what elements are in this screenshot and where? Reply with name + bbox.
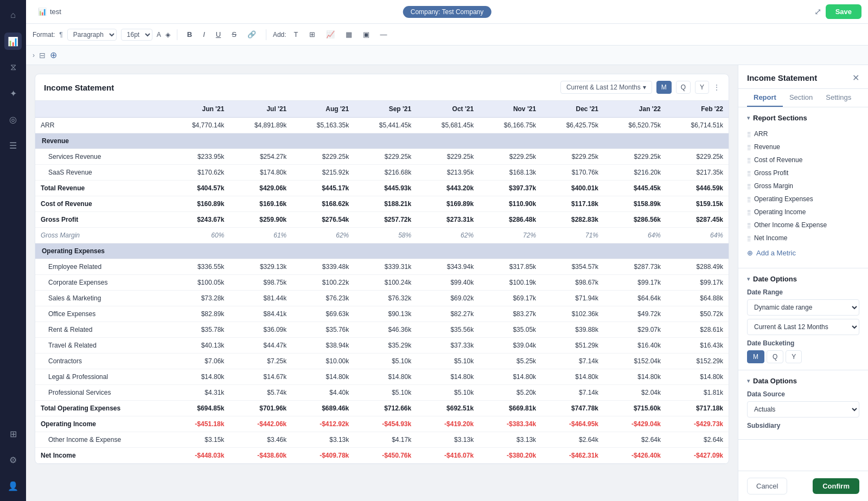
- metric-item[interactable]: ⣿Cost of Revenue: [747, 153, 859, 166]
- sliders-icon[interactable]: ⊟: [39, 51, 46, 60]
- highlight-icon[interactable]: ◈: [165, 31, 170, 38]
- add-dash-button[interactable]: —: [377, 29, 391, 40]
- add-metric-button[interactable]: ⊕ Add a Metric: [747, 245, 859, 261]
- metric-item[interactable]: ⣿Revenue: [747, 140, 859, 153]
- sidebar-doc-icon[interactable]: ☰: [4, 137, 22, 154]
- row-value: $404.57k: [167, 181, 229, 196]
- sidebar-settings-icon[interactable]: ⚙: [4, 451, 22, 468]
- row-value: [229, 133, 292, 149]
- close-button[interactable]: ✕: [852, 73, 859, 83]
- data-source-wrapper: Actuals: [747, 401, 859, 418]
- row-value: $5,681.45k: [417, 118, 479, 133]
- row-value: $82.27k: [417, 306, 479, 322]
- row-value: 64%: [604, 228, 666, 243]
- tab-settings[interactable]: Settings: [819, 89, 858, 107]
- add-table-button[interactable]: ⊞: [306, 29, 318, 40]
- period-m-button[interactable]: M: [656, 81, 672, 94]
- row-value: $282.83k: [541, 212, 604, 228]
- period-q-button[interactable]: Q: [676, 81, 691, 94]
- font-color-icon[interactable]: A: [157, 31, 161, 38]
- table-row: Services Revenue$233.95k$254.27k$229.25k…: [35, 149, 729, 165]
- add-text-button[interactable]: T: [291, 29, 302, 40]
- sidebar-user-icon[interactable]: 👤: [4, 477, 22, 494]
- row-value: $99.40k: [417, 275, 479, 291]
- metric-item[interactable]: ⣿Other Income & Expense: [747, 219, 859, 232]
- table-row: ARR$4,770.14k$4,891.89k$5,163.35k$5,441.…: [35, 118, 729, 133]
- row-value: $669.81k: [479, 401, 541, 416]
- bold-button[interactable]: B: [184, 29, 195, 40]
- row-value: $90.13k: [354, 306, 417, 322]
- date-range-select[interactable]: Dynamic date range: [747, 299, 859, 316]
- confirm-button[interactable]: Confirm: [813, 478, 859, 494]
- main-area: 📊 test Company: Test Company ⤢ Save Form…: [26, 0, 868, 501]
- income-table: Jun '21 Jul '21 Aug '21 Sep '21 Oct '21 …: [35, 101, 729, 464]
- tab-section[interactable]: Section: [783, 89, 819, 107]
- metric-item[interactable]: ⣿Gross Margin: [747, 179, 859, 192]
- top-bar: 📊 test Company: Test Company ⤢ Save: [26, 0, 868, 24]
- expand-icon[interactable]: ⤢: [814, 7, 821, 17]
- strikethrough-button[interactable]: S: [228, 29, 240, 40]
- table-row: Employee Related$336.55k$329.13k$339.48k…: [35, 259, 729, 275]
- report-title: Income Statement: [44, 83, 114, 92]
- save-button[interactable]: Save: [826, 4, 861, 19]
- data-source-select[interactable]: Actuals: [747, 401, 859, 418]
- row-value: -$412.92k: [292, 416, 354, 432]
- row-value: $14.80k: [479, 369, 541, 385]
- bucket-q-button[interactable]: Q: [767, 350, 783, 363]
- row-value: $14.80k: [541, 369, 604, 385]
- cancel-button[interactable]: Cancel: [747, 478, 787, 494]
- data-options-header[interactable]: ▾ Data Options: [747, 377, 859, 385]
- date-range-value-select[interactable]: Current & Last 12 Months: [747, 319, 859, 335]
- date-range-button[interactable]: Current & Last 12 Months ▾: [560, 81, 652, 94]
- metric-item[interactable]: ⣿ARR: [747, 127, 859, 140]
- metric-item[interactable]: ⣿Net Income: [747, 232, 859, 245]
- row-value: $174.80k: [229, 165, 292, 181]
- sub-toolbar: › ⊟ ⊕: [26, 46, 868, 65]
- date-options-header[interactable]: ▾ Date Options: [747, 275, 859, 283]
- plus-circle-icon[interactable]: ⊕: [50, 50, 57, 60]
- add-grid-button[interactable]: ▦: [342, 29, 355, 40]
- row-value: $100.22k: [292, 275, 354, 291]
- date-options-panel: ▾ Date Options Date Range Dynamic date r…: [738, 268, 868, 370]
- row-value: $168.13k: [479, 165, 541, 181]
- metric-item[interactable]: ⣿Operating Expenses: [747, 192, 859, 205]
- tab-report[interactable]: Report: [747, 89, 783, 107]
- row-value: $259.90k: [229, 212, 292, 228]
- row-value: $5.74k: [229, 385, 292, 401]
- report-sections-header[interactable]: ▾ Report Sections: [747, 114, 859, 122]
- bucket-m-button[interactable]: M: [747, 350, 764, 363]
- bucket-y-button[interactable]: Y: [786, 350, 802, 363]
- sidebar-location-icon[interactable]: ◎: [4, 111, 22, 128]
- row-value: $233.95k: [167, 149, 229, 165]
- sidebar-grid-icon[interactable]: ⊞: [4, 425, 22, 442]
- paragraph-select[interactable]: Paragraph: [67, 29, 117, 41]
- row-value: $6,520.75k: [604, 118, 666, 133]
- link-button[interactable]: 🔗: [244, 29, 259, 40]
- add-chart-button[interactable]: 📈: [323, 29, 338, 40]
- sidebar-home-icon[interactable]: ⌂: [4, 7, 22, 24]
- row-value: $229.25k: [417, 149, 479, 165]
- row-value: [417, 243, 479, 259]
- row-value: $229.25k: [666, 149, 729, 165]
- metric-item[interactable]: ⣿Operating Income: [747, 205, 859, 219]
- row-value: $35.05k: [479, 322, 541, 338]
- add-block-button[interactable]: ▣: [360, 29, 373, 40]
- italic-button[interactable]: I: [200, 29, 208, 40]
- metric-label: Revenue: [754, 143, 780, 151]
- arrow-icon[interactable]: ›: [33, 52, 35, 59]
- font-size-select[interactable]: 16pt: [121, 29, 152, 41]
- sidebar-network-icon[interactable]: ✦: [4, 85, 22, 102]
- row-value: [541, 243, 604, 259]
- more-icon[interactable]: ⋮: [713, 84, 720, 91]
- row-value: -$462.31k: [541, 448, 604, 464]
- row-value: $14.80k: [292, 369, 354, 385]
- sidebar-reports-icon[interactable]: 📊: [4, 33, 22, 50]
- sidebar-layers-icon[interactable]: ⧖: [4, 59, 22, 76]
- underline-button[interactable]: U: [213, 29, 224, 40]
- row-value: $257.72k: [354, 212, 417, 228]
- row-value: $98.67k: [541, 275, 604, 291]
- period-y-button[interactable]: Y: [695, 81, 709, 94]
- row-value: $5.10k: [417, 385, 479, 401]
- tab-item[interactable]: 📊 test: [33, 5, 67, 18]
- metric-item[interactable]: ⣿Gross Profit: [747, 166, 859, 179]
